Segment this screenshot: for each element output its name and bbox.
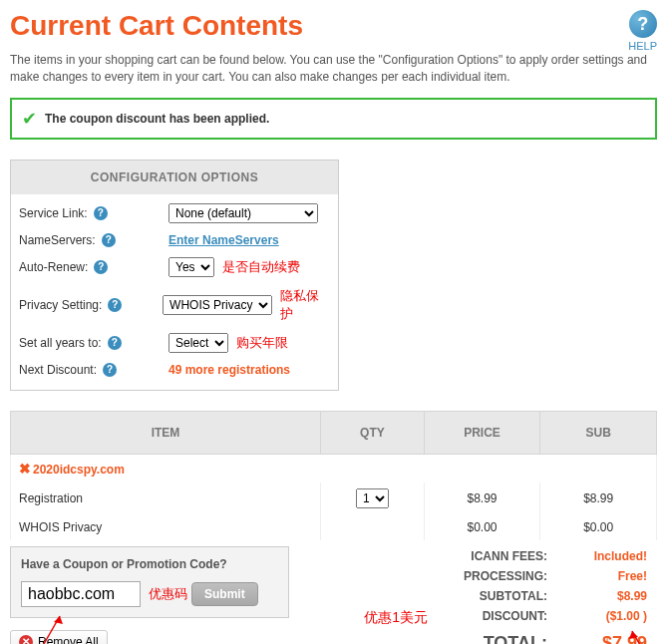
help-label: HELP [628, 40, 657, 52]
help-icon: ? [629, 10, 657, 38]
table-row: Registration 1 $8.99 $8.99 [11, 483, 657, 514]
alert-text: The coupon discount has been applied. [45, 112, 269, 126]
domain-name[interactable]: 2020idcspy.com [33, 463, 125, 477]
help-icon[interactable]: ? [108, 298, 122, 312]
service-link-select[interactable]: None (default) [168, 203, 318, 223]
years-label: Set all years to: [19, 336, 102, 350]
help-icon[interactable]: ? [94, 206, 108, 220]
table-row: WHOIS Privacy $0.00 $0.00 [11, 514, 657, 540]
annotation-text: 购买年限 [236, 334, 288, 352]
coupon-panel: Have a Coupon or Promotion Code? 优惠码 Sub… [10, 546, 289, 618]
configuration-panel: CONFIGURATION OPTIONS Service Link:? Non… [10, 160, 339, 391]
help-icon[interactable]: ? [94, 260, 108, 274]
line-item: Registration [11, 483, 321, 514]
icann-label: ICANN FEES: [348, 549, 547, 563]
line-item: WHOIS Privacy [11, 514, 321, 540]
table-row: ✖2020idcspy.com [11, 454, 657, 483]
close-icon: ✕ [19, 635, 33, 644]
success-alert: ✔ The coupon discount has been applied. [10, 98, 657, 140]
help-icon[interactable]: ? [108, 336, 122, 350]
coupon-input[interactable] [21, 581, 141, 607]
line-price: $8.99 [424, 483, 540, 514]
qty-select[interactable]: 1 [356, 488, 389, 508]
col-sub: SUB [540, 411, 657, 454]
total-value: $7.99 [547, 633, 647, 644]
line-sub: $0.00 [540, 514, 657, 540]
next-discount-label: Next Discount: [19, 363, 97, 377]
next-discount-value: 49 more registrations [168, 363, 290, 377]
check-icon: ✔ [22, 108, 37, 130]
line-price: $0.00 [424, 514, 540, 540]
svg-marker-1 [54, 616, 63, 624]
line-sub: $8.99 [540, 483, 657, 514]
help-icon[interactable]: ? [103, 363, 117, 377]
page-title: Current Cart Contents [10, 10, 303, 42]
remove-item-icon[interactable]: ✖ [19, 461, 31, 477]
help-link[interactable]: ? HELP [628, 10, 657, 52]
processing-label: PROCESSING: [348, 569, 547, 583]
submit-button[interactable]: Submit [191, 582, 258, 606]
nameservers-label: NameServers: [19, 233, 96, 247]
annotation-text: 是否自动续费 [222, 258, 300, 276]
icann-value: Included! [547, 549, 647, 563]
cart-table: ITEM QTY PRICE SUB ✖2020idcspy.com Regis… [10, 411, 657, 540]
total-label: TOTAL: [348, 633, 547, 644]
intro-text: The items in your shopping cart can be f… [10, 52, 657, 86]
help-icon[interactable]: ? [102, 233, 116, 247]
remove-all-button[interactable]: ✕Remove All [10, 630, 108, 644]
privacy-select[interactable]: WHOIS Privacy [163, 295, 272, 315]
subtotal-value: $8.99 [547, 589, 647, 603]
subtotal-label: SUBTOTAL: [348, 589, 547, 603]
years-select[interactable]: Select [168, 333, 228, 353]
col-qty: QTY [321, 411, 425, 454]
col-item: ITEM [11, 411, 321, 454]
annotation-text: 优惠1美元 [364, 609, 428, 627]
totals-panel: ICANN FEES:Included! PROCESSING:Free! SU… [318, 546, 657, 644]
privacy-label: Privacy Setting: [19, 298, 102, 312]
enter-nameservers-link[interactable]: Enter NameServers [168, 233, 279, 247]
discount-label: DISCOUNT: [438, 609, 547, 627]
remove-all-label: Remove All [38, 635, 99, 644]
annotation-text: 隐私保护 [280, 287, 330, 323]
col-price: PRICE [424, 411, 540, 454]
discount-value: ($1.00 ) [547, 609, 647, 627]
annotation-text: 优惠码 [149, 585, 187, 603]
coupon-title: Have a Coupon or Promotion Code? [21, 557, 278, 571]
auto-renew-select[interactable]: Yes [168, 257, 214, 277]
processing-value: Free! [547, 569, 647, 583]
service-link-label: Service Link: [19, 206, 88, 220]
config-heading: CONFIGURATION OPTIONS [11, 161, 338, 194]
auto-renew-label: Auto-Renew: [19, 260, 88, 274]
